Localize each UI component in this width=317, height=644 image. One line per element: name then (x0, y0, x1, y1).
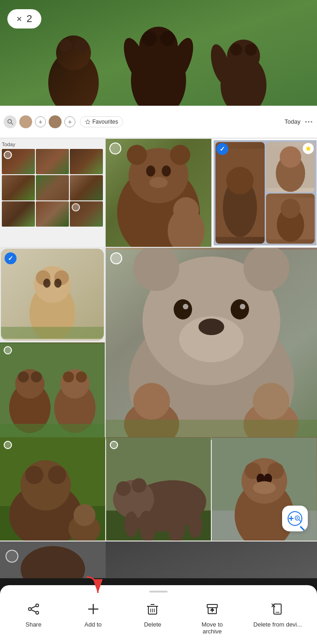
delete-label: Delete (144, 621, 161, 628)
move-to-archive-action[interactable]: Move to archive (194, 600, 231, 635)
svg-point-7 (142, 31, 157, 46)
mini-photo-8[interactable] (36, 201, 69, 227)
svg-line-17 (11, 123, 13, 125)
selection-badge[interactable]: × 2 (7, 9, 41, 28)
svg-point-54 (31, 371, 42, 382)
action-bar: Share Add t (0, 585, 317, 644)
mini-grid-left: Today (0, 139, 105, 247)
photo-bear-cubs[interactable] (0, 342, 105, 440)
mini-photo-3[interactable] (70, 149, 103, 174)
svg-point-68 (231, 299, 249, 319)
share-icon-wrap[interactable] (24, 600, 43, 618)
delete-device-icon-wrap[interactable] (268, 600, 287, 618)
mini-photo-1[interactable] (2, 149, 35, 174)
add-to-icon-wrap[interactable] (84, 600, 102, 618)
grid-row-1: Today (0, 139, 317, 247)
svg-point-16 (8, 120, 11, 123)
share-action[interactable]: Share (15, 600, 52, 628)
delete-device-icon (271, 603, 284, 616)
hero-image: × 2 (0, 0, 317, 106)
action-items-row: Share Add t (0, 600, 317, 635)
photo-bear-mother[interactable] (106, 139, 211, 247)
zoom-button[interactable] (282, 506, 308, 531)
add-to-action[interactable]: Add to (75, 600, 112, 628)
svg-point-102 (253, 481, 276, 494)
group-photo-1[interactable] (215, 142, 265, 244)
select-mother[interactable] (109, 142, 121, 154)
photo-selected-group[interactable] (212, 139, 317, 247)
delete-icon-wrap[interactable] (143, 600, 162, 618)
svg-point-29 (149, 177, 168, 188)
svg-point-70 (240, 304, 245, 309)
svg-point-81 (48, 466, 66, 484)
svg-point-111 (36, 611, 39, 614)
svg-point-20 (308, 121, 310, 122)
mini-photo-7[interactable] (2, 201, 35, 227)
svg-point-80 (25, 466, 44, 484)
more-options-icon[interactable] (304, 117, 313, 126)
grid-row-3 (0, 437, 317, 541)
mini-photo-6[interactable] (70, 175, 103, 200)
archive-icon (206, 603, 219, 616)
partial-photo-row (0, 541, 317, 578)
selected-bear-svg (1, 249, 104, 339)
photo-standing-bear-2[interactable] (212, 437, 317, 541)
select-bear-cub[interactable] (4, 441, 12, 449)
archive-icon-wrap[interactable] (203, 600, 221, 618)
svg-point-31 (173, 197, 199, 223)
mini-photo-5[interactable] (36, 175, 69, 200)
walking-bear-svg (106, 437, 211, 541)
add-people-icon[interactable]: + (35, 116, 46, 127)
left-col-row2 (0, 248, 105, 440)
add-people-2-icon[interactable]: + (64, 116, 75, 127)
photo-walking-bear[interactable] (106, 437, 211, 541)
select-9[interactable] (72, 203, 80, 211)
select-standing-bear[interactable] (5, 252, 17, 264)
grid-row-2 (0, 248, 317, 436)
svg-point-109 (36, 604, 39, 607)
photo-selected-bear[interactable] (1, 249, 104, 341)
svg-point-28 (162, 165, 171, 177)
search-icon[interactable] (4, 115, 17, 128)
mini-photo-9[interactable] (70, 201, 103, 227)
close-button[interactable]: × (17, 14, 22, 23)
bear-mother-svg (106, 139, 211, 247)
svg-point-67 (174, 299, 192, 319)
delete-action[interactable]: Delete (134, 600, 171, 628)
svg-point-92 (124, 512, 138, 537)
select-partial[interactable] (6, 550, 18, 563)
top-nav-strip[interactable]: + + Favourites Today (0, 106, 317, 138)
svg-point-66 (198, 319, 224, 335)
archive-label: Move to archive (202, 621, 223, 635)
mini-photo-4[interactable] (2, 175, 35, 200)
photo-grid: + + Favourites Today Today (0, 106, 317, 578)
select-1[interactable] (4, 151, 12, 159)
selection-count: 2 (27, 13, 32, 25)
select-group[interactable] (216, 143, 228, 155)
svg-point-89 (131, 478, 146, 493)
red-arrow-indicator (82, 575, 105, 599)
bear-cub-svg (0, 437, 105, 541)
delete-device-action[interactable]: Delete from devi... (254, 600, 302, 628)
svg-point-47 (43, 279, 51, 288)
svg-line-113 (31, 610, 36, 612)
photo-big-center-bear[interactable] (106, 248, 317, 440)
select-walking-bear[interactable] (110, 441, 118, 449)
svg-point-25 (127, 145, 147, 165)
svg-point-26 (170, 145, 190, 165)
favourites-button[interactable]: Favourites (80, 116, 123, 127)
svg-point-69 (183, 304, 188, 309)
star-badge (303, 143, 314, 154)
drag-handle[interactable] (149, 591, 168, 593)
svg-point-93 (188, 513, 202, 538)
svg-point-58 (76, 371, 87, 382)
svg-point-21 (311, 121, 312, 122)
share-label: Share (25, 621, 41, 628)
mini-photo-2[interactable] (36, 149, 69, 174)
photo-bear-with-cub[interactable] (0, 437, 105, 541)
select-big-bear[interactable] (110, 252, 122, 264)
hero-bears-bg (0, 0, 317, 106)
group-photo-3[interactable] (266, 194, 315, 244)
add-to-label: Add to (85, 621, 102, 628)
select-cubs[interactable] (4, 346, 12, 354)
